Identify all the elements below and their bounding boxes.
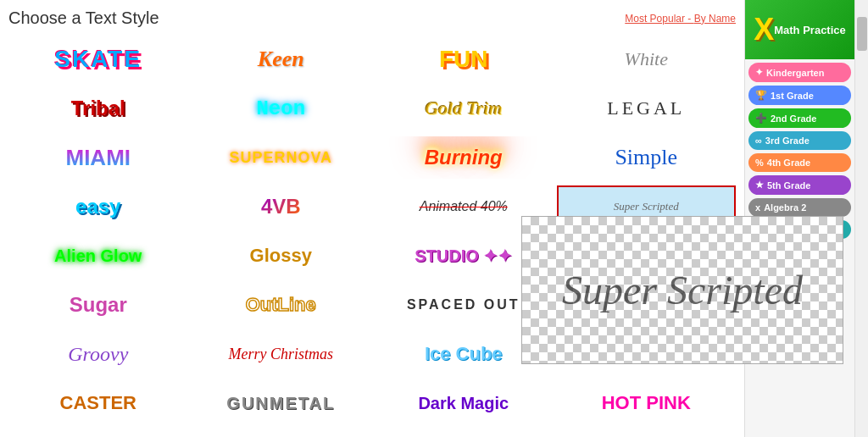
style-item-groovy[interactable]: Groovy <box>8 333 188 375</box>
algebra2-label: Algebra 2 <box>764 202 806 213</box>
style-item-legal[interactable]: LEGAL <box>557 87 737 130</box>
grade1-icon: 🏆 <box>755 90 767 101</box>
grade4-icon: % <box>755 158 764 168</box>
algebra2-icon: x <box>755 202 760 213</box>
grade3-icon: ∞ <box>755 136 762 146</box>
scrollbar[interactable] <box>854 0 868 437</box>
style-item-miami[interactable]: MIAMI <box>8 136 188 179</box>
style-item-white[interactable]: White <box>557 38 737 80</box>
style-item-simple[interactable]: Simple <box>557 136 737 179</box>
style-item-skate[interactable]: SKATE <box>8 38 188 80</box>
page-title: Choose a Text Style <box>8 8 159 28</box>
content-area: Choose a Text Style Most Popular - By Na… <box>0 0 744 437</box>
grade-btn-kindergarten[interactable]: ✦ Kindergarten <box>748 63 851 82</box>
style-item-easy[interactable]: easy <box>8 185 188 228</box>
style-item-sugar[interactable]: Sugar <box>8 284 188 326</box>
grade3-label: 3rd Grade <box>765 136 810 146</box>
style-item-outline[interactable]: OutLine <box>192 284 371 326</box>
grade1-label: 1st Grade <box>771 91 814 101</box>
grade5-icon: ★ <box>755 180 764 191</box>
style-item-gold-trim[interactable]: Gold Trim <box>374 87 554 130</box>
style-item-tribal[interactable]: Tribal <box>8 87 188 130</box>
preview-text: Super Scripted <box>562 267 803 313</box>
sort-by-name-link[interactable]: By Name <box>694 13 736 25</box>
style-item-hot-pink[interactable]: HOT PINK <box>557 382 737 424</box>
sort-most-popular-label: Most Popular - <box>625 13 693 25</box>
style-item-fun[interactable]: FUN <box>374 38 554 80</box>
grade2-icon: ➕ <box>755 113 767 124</box>
style-item-glossy[interactable]: Glossy <box>192 235 371 277</box>
grade-btn-grade2[interactable]: ➕ 2nd Grade <box>748 108 851 128</box>
scroll-thumb[interactable] <box>857 17 867 51</box>
preview-popup: Super Scripted <box>521 216 843 364</box>
math-x-icon: X <box>754 12 774 47</box>
style-item-caster[interactable]: CASTER <box>8 382 188 424</box>
grade-btn-grade5[interactable]: ★ 5th Grade <box>748 175 851 195</box>
math-title-label: Math Practice <box>774 24 846 36</box>
style-item-gunmetal[interactable]: GUNMETAL <box>192 382 371 424</box>
style-item-alien-glow[interactable]: Alien Glow <box>8 235 188 277</box>
grade-btn-grade4[interactable]: % 4th Grade <box>748 153 851 172</box>
kindergarten-icon: ✦ <box>755 67 763 78</box>
math-title-text: Math Practice <box>774 24 846 36</box>
grade2-label: 2nd Grade <box>771 113 816 124</box>
grade-btn-grade3[interactable]: ∞ 3rd Grade <box>748 131 851 150</box>
sort-options: Most Popular - By Name <box>625 13 736 25</box>
grade-btn-grade1[interactable]: 🏆 1st Grade <box>748 86 851 105</box>
grade4-label: 4th Grade <box>767 158 810 168</box>
style-item-dark-magic[interactable]: Dark Magic <box>374 382 554 424</box>
math-banner[interactable]: X Math Practice <box>745 0 854 59</box>
style-item-keen[interactable]: Keen <box>192 38 371 80</box>
style-item-supernova[interactable]: SUPERNOVA <box>192 136 371 179</box>
kindergarten-label: Kindergarten <box>766 68 824 78</box>
grade5-label: 5th Grade <box>767 180 810 191</box>
style-item-burning[interactable]: Burning <box>374 136 554 179</box>
grade-btn-algebra2[interactable]: x Algebra 2 <box>748 198 851 217</box>
main-container: Choose a Text Style Most Popular - By Na… <box>0 0 868 437</box>
style-item-4vb[interactable]: 4VB <box>192 185 371 228</box>
header-row: Choose a Text Style Most Popular - By Na… <box>8 8 736 28</box>
style-item-merry-christmas[interactable]: Merry Christmas <box>192 333 371 375</box>
style-item-neon[interactable]: Neon <box>192 87 371 130</box>
